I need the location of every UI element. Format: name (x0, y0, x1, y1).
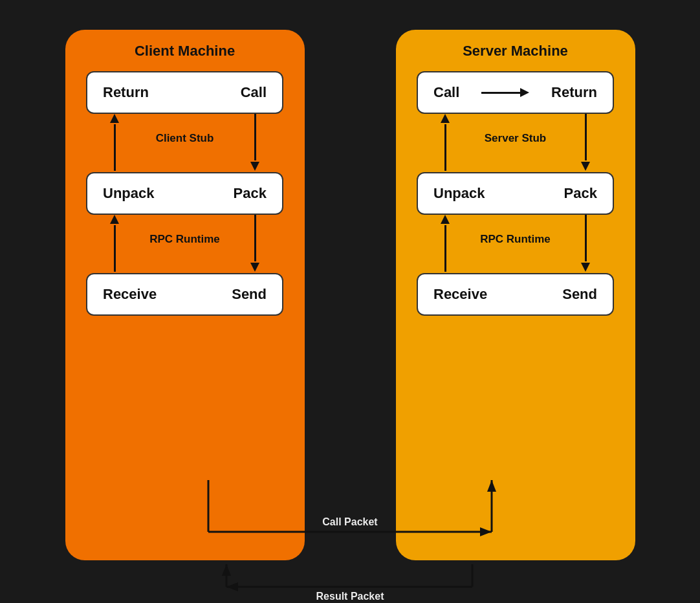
arrowhead-down-client-2 (250, 263, 259, 272)
server-box2-right: Pack (564, 185, 597, 202)
server-arrow-down-2 (584, 215, 587, 273)
shaft-down-client-2 (254, 215, 256, 261)
server-machine-title: Server Machine (463, 43, 568, 60)
server-stub-label: Server Stub (485, 132, 546, 145)
server-box3-right: Send (562, 286, 597, 303)
client-runtime-label: RPC Runtime (149, 233, 220, 246)
shaft-up-server-1 (444, 124, 446, 171)
client-box3-left: Receive (103, 286, 157, 303)
client-machine-title: Client Machine (135, 43, 235, 60)
server-inline-arrow (481, 88, 529, 97)
arrowhead-down-server-1 (581, 162, 590, 171)
diagram-container: Client Machine Return Call Client Stub (0, 0, 700, 603)
shaft-up-client-1 (114, 124, 116, 171)
client-arrow-down-2 (254, 215, 256, 273)
client-machine-box: Client Machine Return Call Client Stub (65, 30, 305, 560)
server-runtime-label: RPC Runtime (480, 233, 551, 246)
client-arrow-down-1 (254, 114, 256, 172)
shaft-up-server-2 (444, 225, 446, 272)
arrowhead-up-server-2 (441, 215, 450, 224)
inline-arrow-line (481, 88, 529, 97)
client-box2-right: Pack (234, 185, 267, 202)
server-box-3: Receive Send (417, 273, 614, 316)
client-stub-label: Client Stub (156, 132, 214, 145)
call-packet-text: Call Packet (322, 516, 378, 527)
server-box-1: Call Return (417, 71, 614, 114)
client-arrow-up-2 (113, 215, 116, 273)
client-inner: Return Call Client Stub U (85, 71, 285, 541)
server-arrow-up-1 (444, 114, 446, 172)
client-arrows-2: RPC Runtime (86, 215, 283, 273)
server-box1-left: Call (433, 84, 459, 101)
svg-marker-8 (222, 564, 231, 576)
server-box-2: Unpack Pack (417, 172, 614, 215)
server-box2-left: Unpack (433, 185, 485, 202)
shaft-down-client-1 (254, 114, 256, 160)
server-arrow-down-1 (584, 114, 587, 172)
client-box-3: Receive Send (86, 273, 283, 316)
arrowhead-up-client-1 (110, 114, 119, 123)
inline-arrowhead (520, 88, 529, 97)
server-box3-left: Receive (433, 286, 487, 303)
client-box3-right: Send (232, 286, 267, 303)
client-box1-left: Return (103, 84, 149, 101)
arrowhead-up-client-2 (110, 215, 119, 224)
result-packet-text: Result Packet (316, 591, 385, 602)
arrowhead-up-server-1 (441, 114, 450, 123)
server-machine-box: Server Machine Call Return (396, 30, 635, 560)
client-arrow-up-1 (113, 114, 116, 172)
shaft-down-server-1 (585, 114, 587, 160)
client-arrows-1: Client Stub (86, 114, 283, 172)
client-box-1: Return Call (86, 71, 283, 114)
arrowhead-down-server-2 (581, 263, 590, 272)
server-arrow-up-2 (444, 215, 446, 273)
inline-arrow-shaft (481, 92, 520, 94)
server-inner: Call Return Server Stub (415, 71, 616, 541)
svg-marker-9 (226, 582, 238, 591)
server-arrows-1: Server Stub (417, 114, 614, 172)
shaft-down-server-2 (585, 215, 587, 261)
arrowhead-down-client-1 (250, 162, 259, 171)
client-box2-left: Unpack (103, 185, 154, 202)
client-box-2: Unpack Pack (86, 172, 283, 215)
shaft-up-client-2 (114, 225, 116, 272)
client-box1-right: Call (241, 84, 267, 101)
server-arrows-2: RPC Runtime (417, 215, 614, 273)
server-box1-right: Return (551, 84, 597, 101)
